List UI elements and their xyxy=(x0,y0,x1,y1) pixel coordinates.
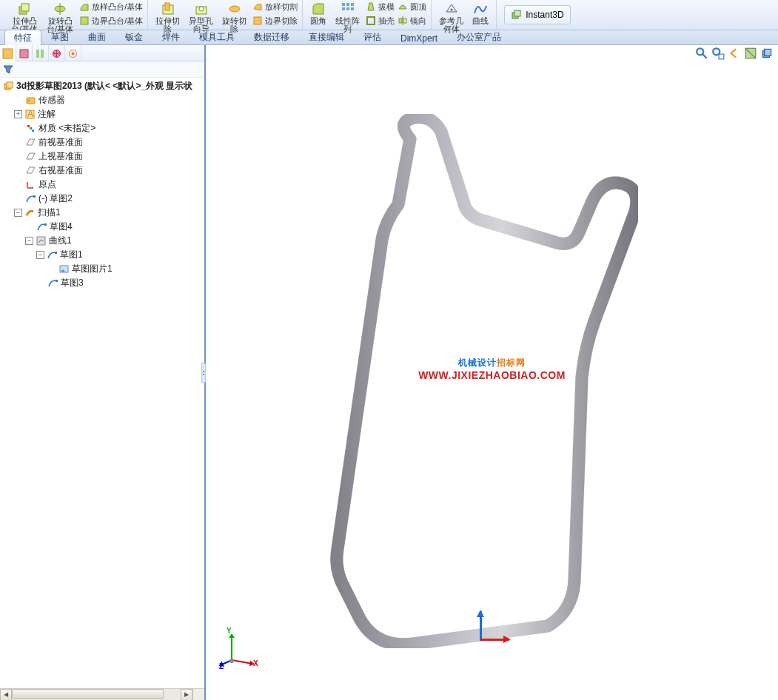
svg-rect-31 xyxy=(27,98,35,104)
tree-item[interactable]: 草图4 xyxy=(0,220,204,234)
plane-icon xyxy=(25,151,36,162)
filter-icon xyxy=(3,64,13,75)
tree-expander[interactable]: − xyxy=(25,237,33,245)
loft-boss-button[interactable]: 放样凸台/基体 xyxy=(78,0,144,13)
svg-point-28 xyxy=(72,52,75,55)
tree-item[interactable]: −曲线1 xyxy=(0,234,204,248)
panel-tab-property[interactable] xyxy=(16,45,33,61)
panel-tab-display[interactable] xyxy=(65,45,81,61)
tree-expander[interactable]: + xyxy=(14,110,22,118)
curves-button[interactable]: 曲线 xyxy=(468,0,493,30)
tree-item[interactable]: +A注解 xyxy=(0,107,204,121)
svg-rect-30 xyxy=(7,82,13,88)
section-view-icon[interactable] xyxy=(744,47,757,60)
draft-label: 拔模 xyxy=(378,3,395,11)
panel-tab-feature-tree[interactable] xyxy=(0,45,16,61)
svg-rect-35 xyxy=(33,195,36,198)
origin-y-arrow xyxy=(480,611,482,641)
material-icon xyxy=(25,123,36,134)
tree-item[interactable]: 草图3 xyxy=(0,276,204,290)
tree-item[interactable]: 材质 <未指定> xyxy=(0,121,204,135)
draft-button[interactable]: 拔模 xyxy=(364,0,396,13)
loft-boss-label: 放样凸台/基体 xyxy=(92,3,143,11)
boundary-cut-button[interactable]: 边界切除 xyxy=(251,14,299,27)
tree-filter[interactable] xyxy=(0,61,204,78)
part-icon xyxy=(3,81,14,92)
tree-item[interactable]: −扫描1 xyxy=(0,206,204,220)
sweep-icon xyxy=(24,207,36,218)
tab-surfaces[interactable]: 曲面 xyxy=(78,29,115,44)
tree-expander[interactable]: − xyxy=(14,209,22,217)
tree-item[interactable]: (-) 草图2 xyxy=(0,192,204,206)
svg-rect-10 xyxy=(342,3,345,6)
shell-label: 抽壳 xyxy=(378,17,395,25)
svg-point-43 xyxy=(697,48,703,55)
svg-rect-24 xyxy=(36,50,39,58)
tab-sketch[interactable]: 草图 xyxy=(41,29,78,44)
tree-item-label: 草图1 xyxy=(60,249,83,261)
previous-view-icon[interactable] xyxy=(728,47,741,60)
tab-features[interactable]: 特征 xyxy=(4,30,41,45)
boundary-boss-button[interactable]: 边界凸台/基体 xyxy=(78,14,144,27)
boundary-cut-label: 边界切除 xyxy=(265,17,298,25)
extrude-boss-button[interactable]: 拉伸凸 台/基体 xyxy=(7,0,42,30)
revolve-cut-button[interactable]: 旋转切 除 xyxy=(218,0,251,30)
ref-geom-button[interactable]: 参考几 何体 xyxy=(435,0,468,30)
hscroll-left[interactable]: ◀ xyxy=(0,689,12,701)
hscroll-thumb[interactable] xyxy=(12,689,164,699)
graphics-viewport[interactable]: 机械设计招标网 WWW.JIXIEZHAOBIAO.COM X Y Z xyxy=(206,45,778,700)
svg-rect-25 xyxy=(41,50,44,58)
tab-migrate[interactable]: 数据迁移 xyxy=(244,29,299,44)
panel-tab-config[interactable] xyxy=(33,45,49,61)
view-orientation-icon[interactable] xyxy=(760,47,774,60)
panel-tabs xyxy=(0,45,204,61)
hscroll-track[interactable] xyxy=(12,689,181,701)
tree-item[interactable]: 前视基准面 xyxy=(0,135,204,149)
fillet-label: 圆角 xyxy=(310,17,326,25)
hscroll-sizer xyxy=(192,689,204,701)
svg-rect-39 xyxy=(55,252,57,254)
sketch-icon xyxy=(36,221,47,232)
zoom-area-icon[interactable] xyxy=(711,47,725,60)
tree-item-label: 上视基准面 xyxy=(38,150,83,163)
boundary-boss-label: 边界凸台/基体 xyxy=(92,17,143,25)
svg-rect-16 xyxy=(367,17,375,24)
tab-sheetmetal[interactable]: 钣金 xyxy=(115,29,152,44)
origin-icon xyxy=(25,179,36,190)
loft-cut-button[interactable]: 放样切割 xyxy=(251,0,299,13)
fillet-button[interactable]: 圆角 xyxy=(306,0,331,30)
panel-tab-dimxpert[interactable] xyxy=(49,45,65,61)
loft-cut-label: 放样切割 xyxy=(265,3,298,11)
tab-weldments[interactable]: 焊件 xyxy=(152,29,190,44)
tab-dimxpert[interactable]: DimXpert xyxy=(391,31,447,44)
tree-item[interactable]: 原点 xyxy=(0,178,204,192)
sidebar-hscrollbar[interactable]: ◀ ▶ xyxy=(0,688,204,700)
shell-button[interactable]: 抽壳 xyxy=(364,14,396,27)
dome-button[interactable]: 圆顶 xyxy=(396,0,428,13)
tab-moldtools[interactable]: 模具工具 xyxy=(190,29,244,44)
mirror-button[interactable]: 镜向 xyxy=(396,14,428,27)
tree-expander[interactable]: − xyxy=(36,251,44,259)
linear-pattern-button[interactable]: 线性阵 列 xyxy=(331,0,364,30)
tree-item[interactable]: 上视基准面 xyxy=(0,149,204,164)
tab-directedit[interactable]: 直接编辑 xyxy=(299,29,354,44)
tree-item-label: 曲线1 xyxy=(49,235,72,247)
instant3d-button[interactable]: Instant3D xyxy=(504,5,570,24)
hole-wizard-button[interactable]: 异型孔 向导 xyxy=(184,0,218,30)
view-toolbar xyxy=(695,47,774,60)
tree-item[interactable]: 草图图片1 xyxy=(0,262,204,276)
revolve-boss-button[interactable]: 旋转凸 台/基体 xyxy=(42,0,78,30)
svg-rect-45 xyxy=(719,54,724,59)
tree-item[interactable]: −草图1 xyxy=(0,248,204,262)
extrude-cut-button[interactable]: 拉伸切 除 xyxy=(151,0,184,30)
triad-x-label: X xyxy=(253,659,258,667)
zoom-fit-icon[interactable] xyxy=(695,47,708,60)
tab-office[interactable]: 办公室产品 xyxy=(447,29,511,44)
tree-item[interactable]: 右视基准面 xyxy=(0,164,204,178)
hscroll-right[interactable]: ▶ xyxy=(181,689,192,701)
tree-root[interactable]: 3d投影草图2013 (默认< <默认>_外观 显示状 xyxy=(0,79,204,93)
tab-evaluate[interactable]: 评估 xyxy=(354,29,391,44)
tree-item-label: 传感器 xyxy=(38,94,65,107)
tree-item[interactable]: 传感器 xyxy=(0,93,204,107)
sketch-icon xyxy=(47,249,58,260)
